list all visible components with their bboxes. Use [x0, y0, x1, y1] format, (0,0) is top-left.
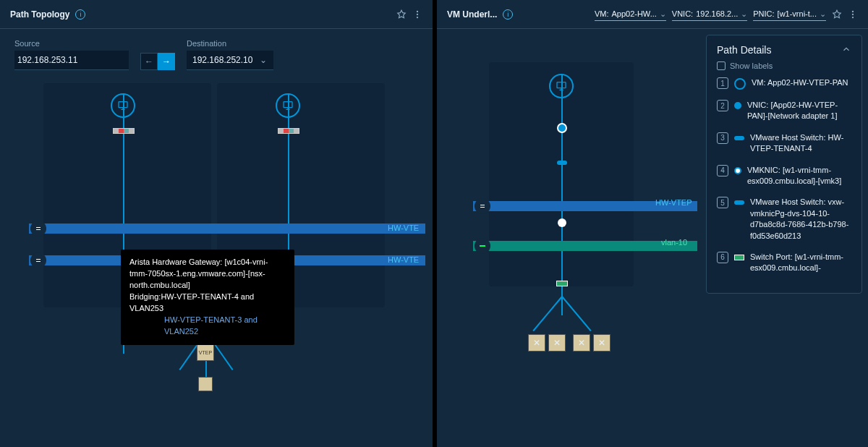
vm-icon[interactable]	[276, 93, 300, 118]
pin-icon[interactable]	[396, 9, 407, 20]
svg-point-6	[852, 13, 854, 14]
step-icon-switch	[734, 200, 744, 205]
step-number: 2	[717, 100, 728, 111]
svg-rect-8	[557, 82, 566, 88]
step-icon-vmknic	[734, 167, 741, 174]
router-icon[interactable]: ✕	[548, 334, 566, 352]
right-panel-header: VM Underl... i VM: App02-HW... ⌄ VNIC: 1…	[437, 0, 868, 29]
host-switch-icon[interactable]	[557, 161, 567, 165]
address-controls: Source ← → Destination 192.168.252.10 ⌄	[0, 29, 433, 83]
vlan-icon	[475, 238, 490, 254]
select-prefix: VNIC:	[672, 9, 693, 18]
path-detail-item: 2 VNIC: [App02-HW-VTEP-PAN]-[Network ada…	[717, 100, 851, 122]
show-labels-checkbox[interactable]: Show labels	[717, 61, 851, 70]
destination-label: Destination	[187, 39, 273, 48]
step-text[interactable]: VM: App02-HW-VTEP-PAN	[752, 77, 848, 88]
step-text[interactable]: VMKNIC: [w1-vrni-tmm-esx009.cmbu.local]-…	[747, 165, 851, 187]
step-text[interactable]: VMware Host Switch: HW-VTEP-TENANT-4	[750, 132, 851, 155]
hbar-label: vlan-10	[661, 238, 687, 247]
switch-port-icon[interactable]	[556, 281, 568, 286]
select-value: 192.168.2...	[696, 9, 738, 18]
vnic-icon[interactable]	[113, 128, 135, 134]
source-label: Source	[14, 39, 129, 48]
step-number: 3	[717, 132, 728, 144]
vm-icon[interactable]	[111, 93, 135, 118]
vnic-dot-icon[interactable]	[557, 123, 567, 133]
svg-point-7	[852, 16, 854, 17]
path-detail-item: 3 VMware Host Switch: HW-VTEP-TENANT-4	[717, 132, 851, 155]
svg-rect-4	[284, 102, 292, 108]
step-number: 1	[717, 77, 728, 89]
select-value: App02-HW...	[611, 9, 656, 18]
direction-right-button[interactable]: →	[158, 53, 175, 70]
path-detail-item: 5 VMware Host Switch: vxw-vmknicPg-dvs-1…	[717, 197, 851, 242]
topology-vline	[561, 74, 563, 315]
step-icon-port	[734, 255, 744, 260]
chevron-down-icon: ⌄	[820, 9, 826, 19]
destination-select[interactable]: 192.168.252.10 ⌄	[187, 51, 273, 70]
destination-field-group: Destination 192.168.252.10 ⌄	[187, 39, 273, 70]
router-icon[interactable]: ✕	[593, 334, 610, 352]
node-tooltip: Arista Hardware Gateway: [w1c04-vrni-tmm…	[121, 250, 294, 345]
hbar-label: HW-VTEP	[655, 198, 692, 207]
router-icon[interactable]: ✕	[573, 334, 590, 352]
tooltip-line: Arista Hardware Gateway: [w1c04-vrni-tmm…	[129, 257, 286, 291]
destination-value: 192.168.252.10	[192, 55, 252, 65]
step-text[interactable]: VMware Host Switch: vxw-vmknicPg-dvs-104…	[750, 197, 851, 242]
svg-point-2	[417, 16, 418, 17]
router-label: VTEP	[199, 350, 212, 355]
select-prefix: VM:	[595, 9, 609, 18]
tooltip-line: HW-VTEP-TENANT-3 and VLAN252	[129, 315, 286, 338]
source-field-group: Source	[14, 39, 129, 70]
hbar-label: HW-VTE	[388, 255, 419, 264]
switch-icon	[475, 198, 490, 214]
router-icon[interactable]	[198, 377, 213, 391]
step-number: 5	[717, 197, 728, 208]
vnic-icon[interactable]	[278, 128, 299, 134]
pnic-select[interactable]: PNIC: [w1-vrni-t... ⌄	[753, 8, 826, 21]
switch-icon	[30, 221, 46, 237]
more-icon[interactable]	[412, 9, 422, 20]
select-prefix: PNIC:	[753, 9, 774, 18]
hbar-top[interactable]	[29, 224, 425, 234]
chevron-down-icon: ⌄	[260, 55, 267, 65]
tooltip-line: Bridging:HW-VTEP-TENANT-4 and VLAN253	[129, 291, 286, 315]
router-icon[interactable]: VTEP	[197, 344, 214, 361]
chevron-down-icon: ⌄	[660, 9, 666, 19]
svg-rect-9	[480, 245, 485, 247]
checkbox-icon	[717, 61, 726, 70]
step-icon-switch	[734, 136, 744, 140]
step-text[interactable]: VNIC: [App02-HW-VTEP-PAN]-[Network adapt…	[747, 100, 851, 122]
show-labels-text: Show labels	[730, 61, 773, 70]
vnic-select[interactable]: VNIC: 192.168.2... ⌄	[672, 8, 747, 21]
info-icon[interactable]: i	[503, 9, 513, 20]
step-icon-vm	[734, 78, 746, 90]
vm-select[interactable]: VM: App02-HW... ⌄	[595, 8, 666, 21]
direction-left-button[interactable]: ←	[140, 53, 158, 70]
topology-vline	[532, 296, 562, 331]
left-panel-header: Path Topology i	[0, 0, 433, 29]
pin-icon[interactable]	[832, 9, 842, 20]
vm-icon[interactable]	[549, 74, 574, 98]
path-topology-panel: Path Topology i Source ← → Destination 1…	[0, 0, 433, 447]
router-icon[interactable]: ✕	[528, 334, 545, 352]
step-text[interactable]: Switch Port: [w1-vrni-tmm-esx009.cmbu.lo…	[750, 252, 851, 274]
vmknic-dot-icon[interactable]	[558, 218, 566, 227]
vm-underlay-panel: VM Underl... i VM: App02-HW... ⌄ VNIC: 1…	[437, 0, 868, 447]
step-number: 4	[717, 165, 728, 176]
hbar-label: HW-VTE	[388, 224, 419, 232]
switch-icon	[30, 252, 46, 268]
more-icon[interactable]	[848, 9, 858, 20]
right-panel-title: VM Underl...	[447, 9, 497, 20]
step-icon-vnic	[734, 102, 741, 109]
collapse-icon[interactable]	[841, 44, 851, 56]
info-icon[interactable]: i	[75, 9, 85, 20]
path-detail-item: 4 VMKNIC: [w1-vrni-tmm-esx009.cmbu.local…	[717, 165, 851, 187]
svg-rect-3	[119, 102, 127, 108]
path-details-panel: Path Details Show labels 1 VM: App02-HW-…	[706, 35, 862, 294]
source-input[interactable]	[14, 51, 129, 70]
step-number: 6	[717, 252, 728, 263]
chevron-down-icon: ⌄	[741, 9, 747, 19]
select-value: [w1-vrni-t...	[778, 9, 817, 18]
left-topology-canvas[interactable]: HW-VTE HW-VTE VTEP Arista Hardware Gatew…	[0, 83, 433, 447]
